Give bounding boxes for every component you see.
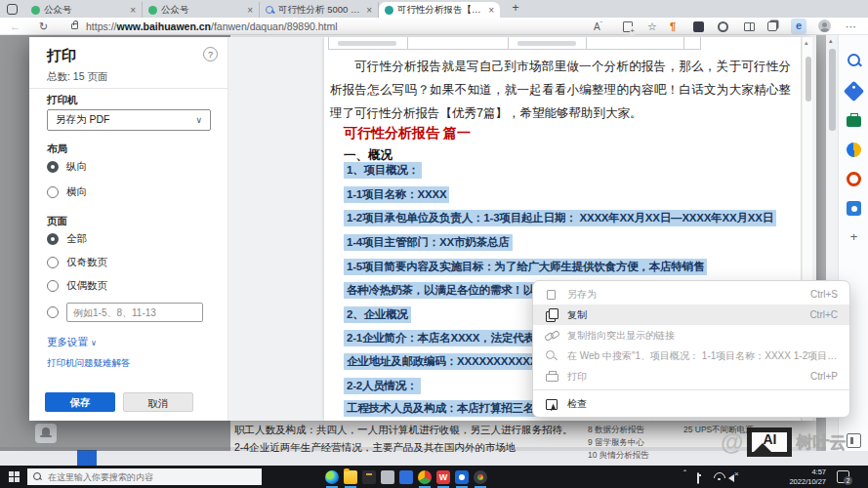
tab-close-icon[interactable]: × (247, 5, 253, 16)
watermark: @ AI 树叶云 (721, 427, 846, 457)
sidebar-games-icon[interactable] (847, 142, 861, 157)
back-icon[interactable]: ← (10, 20, 21, 33)
red-heading: 可行性分析报告 篇一 (344, 125, 471, 142)
radio-pages-odd[interactable]: 仅奇数页 (47, 256, 107, 269)
sidebar-office-icon[interactable] (847, 172, 861, 186)
radio-pages-all[interactable]: 全部 (47, 232, 87, 246)
tab-title: 公众号 (44, 4, 126, 17)
help-icon[interactable]: ? (203, 47, 218, 61)
start-button-icon[interactable] (9, 471, 20, 482)
printer-select[interactable]: 另存为 PDF ∨ (47, 109, 211, 131)
web-search-icon (545, 349, 558, 363)
taskbar-mail-app-icon[interactable] (381, 470, 394, 484)
menu-item-print[interactable]: 打印 Ctrl+P (533, 366, 849, 386)
save-page-icon[interactable] (623, 20, 633, 33)
highlighted-line: 1、项目概况： (344, 162, 422, 179)
radio-on-icon[interactable] (47, 233, 59, 245)
favorites-star-icon[interactable]: ☆ (647, 20, 657, 33)
scrollbar-thumb[interactable] (806, 57, 811, 102)
save-button[interactable]: 保存 (45, 392, 115, 412)
tab-title: 公众号 (161, 4, 243, 17)
edge-sidebar-icon[interactable]: e (791, 19, 806, 34)
menu-item-save-as[interactable]: 另存为 Ctrl+S (533, 284, 849, 305)
radio-on-icon[interactable] (47, 161, 59, 173)
new-tab-button[interactable]: + (508, 1, 523, 17)
radio-off-icon[interactable] (47, 280, 59, 292)
radio-pages-range[interactable] (47, 303, 203, 322)
menu-item-web-search[interactable]: 在 Web 中搜索"1、项目概况： 1-1项目名称：XXXX 1-2项目承包单位… (533, 346, 849, 366)
split-screen-icon[interactable] (744, 20, 755, 33)
extension-dark-icon[interactable] (693, 20, 704, 33)
extension-circle-icon[interactable] (718, 20, 728, 33)
highlighted-line: 2、企业概况 (344, 306, 411, 323)
tab-gongzhonghao-1[interactable]: 公众号 × (25, 2, 143, 18)
sidebar-shopping-icon[interactable] (844, 81, 864, 102)
settings-more-icon[interactable]: ⋯ (846, 20, 856, 33)
tray-chevron-icon[interactable]: ˆ (683, 468, 686, 478)
collections-icon[interactable] (767, 20, 777, 33)
sidebar-tools-icon[interactable] (847, 116, 861, 127)
scroll-up-icon[interactable]: ▴ (805, 39, 808, 47)
taskbar-edge-icon[interactable] (325, 470, 339, 484)
scrollbar-thumb[interactable] (829, 49, 836, 131)
context-menu: 另存为 Ctrl+S 复制 Ctrl+C 复制指向突出显示的链接 在 Web 中… (532, 280, 850, 418)
radio-pages-even[interactable]: 仅偶数页 (47, 279, 107, 293)
taskbar-file-explorer-icon[interactable] (344, 470, 357, 484)
cancel-button[interactable]: 取消 (123, 392, 193, 412)
taskbar-office-app-icon[interactable] (418, 470, 432, 484)
profile-avatar[interactable] (818, 20, 831, 32)
taskbar-briefcase-app-icon[interactable] (362, 470, 376, 484)
radio-label: 仅偶数页 (66, 279, 107, 293)
sidebar-collapse-icon[interactable] (847, 433, 861, 448)
taskbar-wps-icon[interactable]: W (436, 470, 450, 484)
menu-item-copy[interactable]: 复制 Ctrl+C (533, 305, 849, 325)
taskbar-clock[interactable]: 4:57 2022/10/27 (769, 468, 826, 486)
tab-search[interactable]: 可行性分析 5000 - 搜索 × (260, 2, 379, 18)
tab-active-report[interactable]: 可行性分析报告【优秀7篇】 × (379, 2, 500, 18)
sidebar-search-icon[interactable] (847, 53, 861, 67)
action-center-icon[interactable]: 2 (837, 470, 849, 483)
radio-off-icon[interactable] (47, 257, 59, 268)
chevron-down-icon: ∨ (91, 339, 97, 347)
taskbar-dark-app-icon[interactable] (474, 470, 487, 484)
site-favicon-icon (31, 6, 40, 15)
radio-landscape[interactable]: 横向 (47, 185, 87, 199)
radio-off-icon[interactable] (47, 186, 59, 198)
tab-close-icon[interactable]: × (130, 5, 136, 16)
scroll-up-icon[interactable]: ▴ (829, 37, 833, 45)
radio-label: 全部 (66, 232, 87, 246)
inspect-icon (545, 397, 558, 411)
highlighted-line: 1-4项目主管部门：XX市奶茶总店 (344, 234, 513, 251)
read-aloud-icon[interactable]: Aˆ (594, 20, 602, 33)
menu-item-inspect[interactable]: 检查 (533, 393, 849, 414)
menu-item-copy-highlight-link[interactable]: 复制指向突出显示的链接 (533, 325, 849, 346)
address-bar[interactable]: https://www.baihuawen.cn/fanwen/daquan/8… (86, 20, 338, 32)
taskbar-search[interactable] (27, 468, 262, 485)
taskbar-blue-app-icon[interactable] (399, 470, 413, 484)
refresh-icon[interactable]: ↻ (39, 20, 48, 33)
menu-label: 在 Web 中搜索"1、项目概况： 1-1项目名称：XXXX 1-2项目承包单位… (567, 349, 838, 363)
page-range-input[interactable] (66, 303, 203, 322)
faint-cell-text (517, 41, 576, 46)
lock-icon[interactable] (71, 23, 78, 29)
tab-gongzhonghao-2[interactable]: 公众号 × (143, 2, 260, 18)
total-pages: 总数: 15 页面 (47, 70, 107, 84)
taskbar-search-input[interactable] (48, 472, 256, 482)
sidebar-designer-icon[interactable] (847, 201, 861, 216)
sidebar-add-icon[interactable]: + (847, 230, 861, 245)
more-settings-link[interactable]: 更多设置 ∨ (47, 336, 97, 349)
taskbar-teams-app-icon[interactable] (455, 470, 469, 484)
radio-portrait[interactable]: 纵向 (47, 160, 87, 174)
tab-workspaces-icon[interactable] (7, 4, 18, 15)
tab-close-icon[interactable]: × (488, 5, 494, 16)
tab-close-icon[interactable]: × (366, 5, 372, 16)
highlighted-line: 1-5项目简要内容及实施目标：为了给广大师生提供饮食方便，本店特销售 (344, 259, 707, 275)
battery-icon[interactable] (697, 473, 699, 483)
clock-time: 4:57 (769, 468, 826, 477)
printer-value: 另存为 PDF (56, 113, 109, 127)
intro-paragraph: 可行性分析报告就是写自己到市场部里做一个分析的报告，那么，关于可行性分析报告怎么… (330, 55, 791, 125)
radio-off-icon[interactable] (47, 306, 59, 318)
troubleshoot-link[interactable]: 打印机问题疑难解答 (47, 357, 131, 370)
extension-pilcrow-icon[interactable]: ¶ (670, 20, 676, 33)
watermark-at: @ (721, 428, 743, 456)
